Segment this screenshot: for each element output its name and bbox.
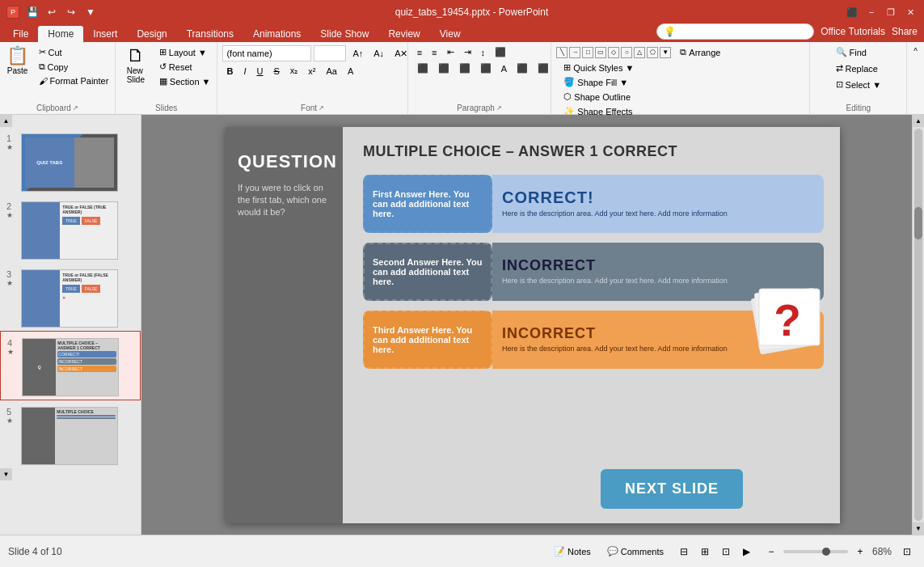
tab-animations[interactable]: Animations: [243, 26, 310, 42]
numbered-list-button[interactable]: ≡: [428, 46, 441, 59]
fit-slide-button[interactable]: ⊡: [898, 543, 916, 561]
shape-fill-button[interactable]: 🪣 Shape Fill ▼: [559, 75, 638, 89]
superscript-button[interactable]: x²: [304, 65, 319, 78]
shape-outline-button[interactable]: ⬡ Shape Outline: [559, 90, 638, 104]
slide-thumbnail-3[interactable]: TRUE or FALSE (FALSE ANSWER) TRUE FALSE …: [21, 269, 118, 328]
decrease-indent-button[interactable]: ⇤: [443, 45, 458, 59]
find-button[interactable]: 🔍 Find: [832, 45, 871, 59]
answer-box-2[interactable]: Second Answer Here. You can add addition…: [363, 243, 492, 301]
italic-button[interactable]: I: [239, 65, 250, 78]
tell-me-input[interactable]: 💡 Tell me what you want to do...: [656, 23, 814, 40]
slide-thumb-5[interactable]: 5 ★ MULTIPLE CHOICE: [0, 400, 141, 468]
columns-button[interactable]: ⬛: [491, 45, 510, 59]
save-button[interactable]: 💾: [24, 4, 40, 20]
justify-button[interactable]: ⬛: [476, 61, 496, 75]
tab-design[interactable]: Design: [127, 26, 176, 42]
text-direction-button[interactable]: A: [497, 62, 511, 75]
canvas-scroll-down[interactable]: ▼: [913, 523, 925, 535]
increase-indent-button[interactable]: ⇥: [460, 45, 475, 59]
shape-line[interactable]: ╲: [556, 47, 567, 58]
tab-insert[interactable]: Insert: [83, 26, 127, 42]
slide-panel-scroll-down[interactable]: ▼: [0, 468, 12, 480]
reading-view-button[interactable]: ⊡: [717, 543, 735, 561]
font-expand-icon[interactable]: ↗: [319, 104, 324, 112]
line-spacing-button[interactable]: ↕: [477, 46, 490, 59]
slide-thumb-1[interactable]: 1 ★ QUIZ TABS: [0, 127, 141, 195]
slide-panel-scroll-up[interactable]: ▲: [0, 115, 12, 127]
tab-home[interactable]: Home: [38, 26, 83, 42]
font-size-input[interactable]: [314, 45, 346, 61]
close-button[interactable]: ✕: [903, 5, 918, 19]
tab-file[interactable]: File: [3, 26, 38, 42]
layout-button[interactable]: ⊞ Layout ▼: [155, 45, 215, 59]
scrollbar-thumb[interactable]: [914, 207, 922, 239]
tab-slideshow[interactable]: Slide Show: [310, 26, 378, 42]
normal-view-button[interactable]: ⊟: [675, 543, 693, 561]
decrease-font-button[interactable]: A↓: [369, 47, 388, 60]
share-button[interactable]: Share: [892, 26, 918, 37]
slide-thumbnail-4[interactable]: Q MULTIPLE CHOICE – ANSWER 1 CORRECT COR…: [22, 338, 119, 396]
slide-thumbnail-2[interactable]: TRUE or FALSE (TRUE ANSWER) TRUE FALSE: [21, 201, 118, 260]
canvas-scroll-up[interactable]: ▲: [913, 115, 925, 127]
select-button[interactable]: ⊡ Select ▼: [832, 78, 885, 91]
new-slide-button[interactable]: 🗋 NewSlide: [118, 45, 154, 86]
zoom-out-button[interactable]: −: [762, 543, 780, 561]
quick-styles-button[interactable]: ⊞ Quick Styles ▼: [559, 61, 638, 74]
strikethrough-button[interactable]: S: [269, 65, 283, 78]
minimize-button[interactable]: −: [864, 5, 879, 19]
answer-box-3[interactable]: Third Answer Here. You can add additiona…: [363, 311, 492, 369]
section-button[interactable]: ▦ Section ▼: [155, 74, 215, 88]
zoom-slider[interactable]: [783, 550, 848, 553]
tab-review[interactable]: Review: [378, 26, 429, 42]
collapse-ribbon-button[interactable]: ^: [910, 45, 921, 57]
font-name-input[interactable]: (font name): [222, 45, 311, 61]
shape-triangle[interactable]: △: [634, 47, 645, 58]
answer-box-1[interactable]: First Answer Here. You can add additiona…: [363, 175, 492, 233]
shape-rect[interactable]: □: [582, 47, 593, 58]
change-case-button[interactable]: Aa: [322, 65, 340, 78]
comments-button[interactable]: 💬 Comments: [602, 544, 669, 558]
replace-button[interactable]: ⇄ Replace: [832, 61, 882, 75]
shape-more[interactable]: ▼: [660, 47, 671, 58]
subscript-button[interactable]: x₂: [286, 64, 302, 78]
reset-button[interactable]: ↺ Reset: [155, 60, 215, 74]
zoom-in-button[interactable]: +: [851, 543, 869, 561]
underline-button[interactable]: U: [252, 65, 267, 78]
copy-button[interactable]: ⧉ Copy: [35, 60, 113, 74]
arrange-button[interactable]: ⧉ Arrange: [676, 45, 724, 59]
shape-arrow-right[interactable]: →: [569, 47, 580, 58]
slide-thumb-3[interactable]: 3 ★ TRUE or FALSE (FALSE ANSWER) TRUE FA…: [0, 263, 141, 331]
bullet-list-button[interactable]: ≡: [413, 46, 426, 59]
result-box-1[interactable]: CORRECT! Here is the description area. A…: [492, 175, 824, 233]
paste-button[interactable]: 📋 Paste: [2, 45, 33, 77]
slide-thumb-2[interactable]: 2 ★ TRUE or FALSE (TRUE ANSWER) TRUE FAL…: [0, 195, 141, 263]
align-center-button[interactable]: ⬛: [434, 61, 454, 75]
next-slide-button[interactable]: NEXT SLIDE: [601, 469, 743, 509]
font-color-button[interactable]: A: [344, 65, 357, 78]
align-right-button[interactable]: ⬛: [455, 61, 475, 75]
tab-view[interactable]: View: [430, 26, 470, 42]
smartart-button[interactable]: ⬛: [534, 61, 553, 75]
paragraph-expand-icon[interactable]: ↗: [496, 104, 502, 112]
redo-button[interactable]: ↪: [63, 4, 79, 20]
ribbon-toggle-icon[interactable]: ⬛: [845, 5, 859, 19]
slide-thumbnail-5[interactable]: MULTIPLE CHOICE: [21, 407, 118, 465]
shape-diamond[interactable]: ◇: [608, 47, 619, 58]
cut-button[interactable]: ✂ Cut: [35, 45, 113, 59]
slide-thumb-4[interactable]: 4 ★ Q MULTIPLE CHOICE – ANSWER 1 CORRECT…: [0, 331, 141, 400]
align-text-button[interactable]: ⬛: [513, 61, 532, 75]
slide-sorter-button[interactable]: ⊞: [696, 543, 714, 561]
bold-button[interactable]: B: [222, 65, 237, 78]
slideshow-button[interactable]: ▶: [738, 543, 756, 561]
increase-font-button[interactable]: A↑: [348, 47, 367, 60]
align-left-button[interactable]: ⬛: [413, 61, 432, 75]
customize-quick-access-button[interactable]: ▼: [82, 4, 99, 20]
notes-button[interactable]: 📝 Notes: [549, 544, 596, 558]
tab-transitions[interactable]: Transitions: [177, 26, 243, 42]
undo-button[interactable]: ↩: [44, 4, 60, 20]
format-painter-button[interactable]: 🖌 Format Painter: [35, 74, 113, 87]
office-tutorials-link[interactable]: Office Tutorials: [821, 26, 885, 37]
slide-thumbnail-1[interactable]: QUIZ TABS: [21, 133, 118, 192]
clipboard-expand-icon[interactable]: ↗: [73, 104, 78, 112]
shape-rounded[interactable]: ▭: [595, 47, 606, 58]
